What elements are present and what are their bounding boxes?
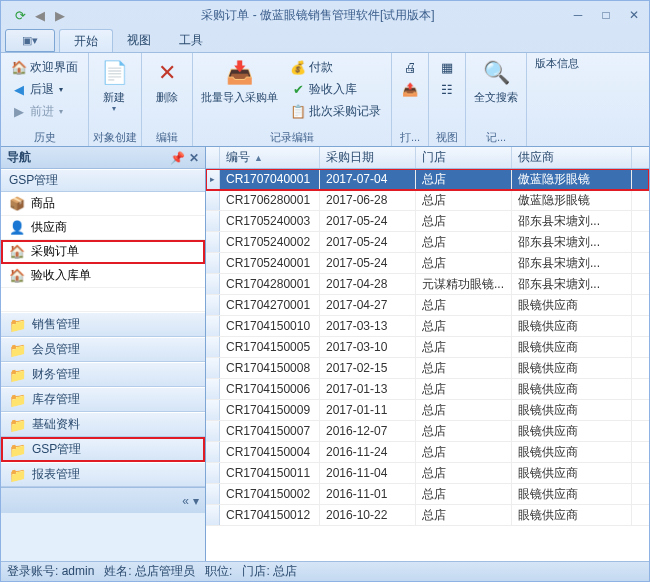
table-row[interactable]: CR1704150010 2017-03-13 总店 眼镜供应商	[206, 316, 649, 337]
item-label: 验收入库单	[31, 267, 91, 284]
sidebar-item[interactable]: 📦商品	[1, 192, 205, 216]
tab-start[interactable]: 开始	[59, 29, 113, 52]
section-label: GSP管理	[32, 441, 81, 458]
table-row[interactable]: CR1704150006 2017-01-13 总店 眼镜供应商	[206, 379, 649, 400]
print-button[interactable]: 🖨	[399, 57, 421, 78]
export-icon: 📤	[402, 82, 418, 98]
table-row[interactable]: CR1704150005 2017-03-10 总店 眼镜供应商	[206, 337, 649, 358]
nav-panel: 导航 📌 ✕ GSP管理 📦商品👤供应商🏠采购订单🏠验收入库单 📁销售管理📁会员…	[1, 147, 206, 561]
close-panel-icon[interactable]: ✕	[189, 151, 199, 165]
more-icon[interactable]: ▾	[193, 494, 199, 508]
col-date[interactable]: 采购日期	[320, 147, 416, 168]
pay-button[interactable]: 💰付款	[287, 57, 384, 78]
cell-date: 2016-11-24	[320, 442, 416, 462]
minimize-button[interactable]: ─	[567, 7, 589, 23]
cell-supplier: 眼镜供应商	[512, 463, 632, 483]
view-button2[interactable]: ☷	[436, 79, 458, 100]
nav-section[interactable]: 📁报表管理	[1, 462, 205, 487]
table-row[interactable]: CR1704280001 2017-04-28 元谋精功眼镜... 邵东县宋塘刘…	[206, 274, 649, 295]
cell-supplier: 邵东县宋塘刘...	[512, 232, 632, 252]
item-icon	[9, 292, 25, 308]
money-icon: 💰	[290, 60, 306, 76]
inspect-button[interactable]: ✔验收入库	[287, 79, 384, 100]
col-supplier[interactable]: 供应商	[512, 147, 632, 168]
nav-section[interactable]: 📁销售管理	[1, 312, 205, 337]
table-row[interactable]: CR1705240001 2017-05-24 总店 邵东县宋塘刘...	[206, 253, 649, 274]
batch-import-button[interactable]: 📥批量导入采购单	[197, 55, 282, 106]
section-label: 报表管理	[32, 466, 80, 483]
nav-section[interactable]: 📁会员管理	[1, 337, 205, 362]
cell-code: CR1706280001	[220, 190, 320, 210]
sidebar-item[interactable]: 👤供应商	[1, 216, 205, 240]
folder-icon: 📁	[9, 392, 26, 408]
sidebar-item[interactable]	[1, 288, 205, 312]
nav-section[interactable]: 📁库存管理	[1, 387, 205, 412]
chevron-left-icon[interactable]: «	[182, 494, 189, 508]
table-row[interactable]: CR1705240002 2017-05-24 总店 邵东县宋塘刘...	[206, 232, 649, 253]
sidebar-item[interactable]: 🏠验收入库单	[1, 264, 205, 288]
forward-icon: ▶	[11, 104, 27, 120]
back-button[interactable]: ◀后退▾	[8, 79, 81, 100]
nav-back-icon[interactable]: ◀	[31, 6, 49, 24]
table-row[interactable]: CR1704150002 2016-11-01 总店 眼镜供应商	[206, 484, 649, 505]
cell-date: 2017-03-13	[320, 316, 416, 336]
cell-code: CR1704150007	[220, 421, 320, 441]
section-label: 会员管理	[32, 341, 80, 358]
table-row[interactable]: CR1704150009 2017-01-11 总店 眼镜供应商	[206, 400, 649, 421]
section-label: 基础资料	[32, 416, 80, 433]
tab-view[interactable]: 视图	[113, 29, 165, 52]
view-button1[interactable]: ▦	[436, 57, 458, 78]
cell-date: 2017-07-04	[320, 169, 416, 189]
table-row[interactable]: CR1705240003 2017-05-24 总店 邵东县宋塘刘...	[206, 211, 649, 232]
table-row[interactable]: ▸ CR1707040001 2017-07-04 总店 傲蓝隐形眼镜	[206, 169, 649, 190]
tab-tools[interactable]: 工具	[165, 29, 217, 52]
nav-section[interactable]: 📁GSP管理	[1, 437, 205, 462]
nav-sections: 📁销售管理📁会员管理📁财务管理📁库存管理📁基础资料📁GSP管理📁报表管理	[1, 312, 205, 487]
fulltext-search-button[interactable]: 🔍全文搜索	[470, 55, 522, 106]
section-label: 库存管理	[32, 391, 80, 408]
export-button[interactable]: 📤	[399, 79, 421, 100]
cell-store: 总店	[416, 463, 512, 483]
printer-icon: 🖨	[402, 60, 418, 76]
table-row[interactable]: CR1704150012 2016-10-22 总店 眼镜供应商	[206, 505, 649, 526]
app-window: ⟳ ◀ ▶ 采购订单 - 傲蓝眼镜销售管理软件[试用版本] ─ □ ✕ ▣▾ 开…	[0, 0, 650, 582]
table-row[interactable]: CR1704150004 2016-11-24 总店 眼镜供应商	[206, 442, 649, 463]
table-row[interactable]: CR1704150011 2016-11-04 总店 眼镜供应商	[206, 463, 649, 484]
table-row[interactable]: CR1704150008 2017-02-15 总店 眼镜供应商	[206, 358, 649, 379]
table-row[interactable]: CR1706280001 2017-06-28 总店 傲蓝隐形眼镜	[206, 190, 649, 211]
new-button[interactable]: 📄新建▾	[93, 55, 135, 115]
table-row[interactable]: CR1704270001 2017-04-27 总店 眼镜供应商	[206, 295, 649, 316]
cell-supplier: 眼镜供应商	[512, 379, 632, 399]
batch-record-button[interactable]: 📋批次采购记录	[287, 101, 384, 122]
cell-supplier: 邵东县宋塘刘...	[512, 274, 632, 294]
row-indicator	[206, 253, 220, 273]
version-button[interactable]: 版本信息	[531, 55, 583, 72]
nav-current-section[interactable]: GSP管理	[1, 169, 205, 192]
cell-supplier: 傲蓝隐形眼镜	[512, 169, 632, 189]
close-button[interactable]: ✕	[623, 7, 645, 23]
row-indicator	[206, 463, 220, 483]
table-row[interactable]: CR1704150007 2016-12-07 总店 眼镜供应商	[206, 421, 649, 442]
grid-body[interactable]: ▸ CR1707040001 2017-07-04 总店 傲蓝隐形眼镜 CR17…	[206, 169, 649, 561]
refresh-icon[interactable]: ⟳	[11, 6, 29, 24]
pin-icon[interactable]: 📌	[170, 151, 185, 165]
row-indicator: ▸	[206, 169, 220, 189]
delete-button[interactable]: ✕删除	[146, 55, 188, 106]
folder-icon: 📁	[9, 467, 26, 483]
nav-fwd-icon[interactable]: ▶	[51, 6, 69, 24]
col-code[interactable]: 编号▲	[220, 147, 320, 168]
cell-code: CR1704150008	[220, 358, 320, 378]
nav-section[interactable]: 📁基础资料	[1, 412, 205, 437]
group-label: 历史	[5, 129, 84, 146]
row-header-corner	[206, 147, 220, 168]
nav-section[interactable]: 📁财务管理	[1, 362, 205, 387]
file-menu-button[interactable]: ▣▾	[5, 29, 55, 52]
sidebar-item[interactable]: 🏠采购订单	[1, 240, 205, 264]
col-store[interactable]: 门店	[416, 147, 512, 168]
row-indicator	[206, 337, 220, 357]
forward-button[interactable]: ▶前进▾	[8, 101, 81, 122]
data-grid: 编号▲ 采购日期 门店 供应商 ▸ CR1707040001 2017-07-0…	[206, 147, 649, 561]
item-icon: 👤	[9, 220, 25, 236]
welcome-button[interactable]: 🏠欢迎界面	[8, 57, 81, 78]
maximize-button[interactable]: □	[595, 7, 617, 23]
